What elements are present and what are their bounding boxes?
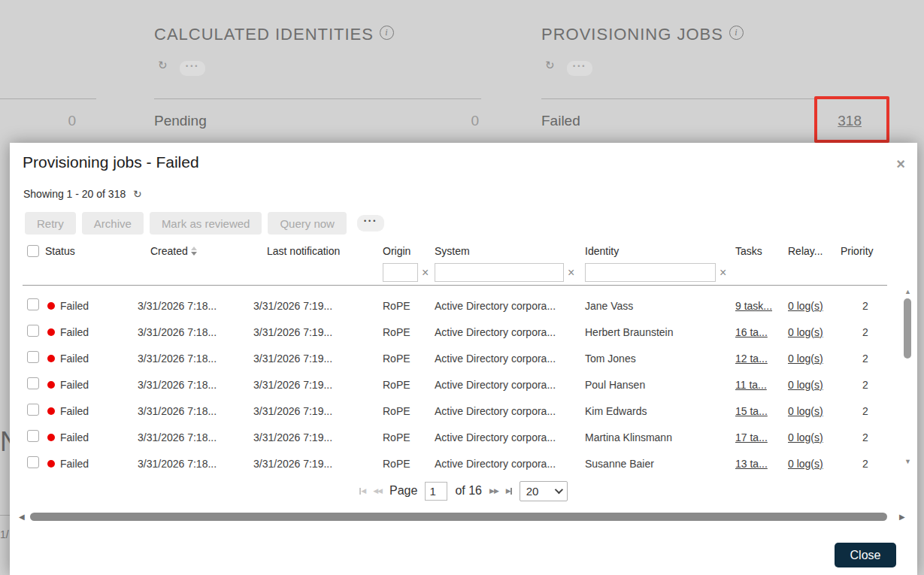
page-label: Page — [389, 484, 417, 498]
info-icon[interactable]: i — [729, 26, 744, 40]
logs-link[interactable]: 0 log(s) — [788, 300, 823, 312]
priority-cell: 2 — [837, 300, 887, 312]
row-checkbox[interactable] — [27, 456, 39, 468]
last-notification-cell: 3/31/2026 7:19... — [250, 458, 380, 470]
refresh-icon[interactable]: ↻ — [545, 59, 555, 71]
row-checkbox[interactable] — [27, 404, 39, 416]
page-number-input[interactable] — [425, 482, 447, 501]
logs-link[interactable]: 0 log(s) — [788, 458, 823, 470]
scroll-left-icon[interactable]: ◀ — [19, 513, 25, 521]
origin-header-label: Origin — [383, 245, 410, 257]
identity-cell: Jane Vass — [581, 300, 732, 312]
horizontal-scrollbar-thumb[interactable] — [30, 513, 887, 521]
identity-filter-clear-icon[interactable]: × — [720, 266, 726, 280]
provisioning-jobs-toolbar: ↻ ••• — [545, 59, 592, 76]
origin-cell: RoPE — [380, 379, 431, 391]
archive-button[interactable]: Archive — [82, 212, 144, 235]
status-label: Failed — [60, 379, 89, 391]
last-page-icon[interactable]: ▶ — [506, 487, 512, 495]
column-header-identity[interactable]: Identity — [581, 245, 732, 257]
system-filter-input[interactable] — [435, 263, 564, 282]
row-checkbox[interactable] — [27, 351, 39, 363]
first-page-icon[interactable]: ◀ — [359, 487, 365, 495]
column-header-relay[interactable]: Relay... — [784, 245, 837, 257]
scroll-right-icon[interactable]: ▶ — [899, 513, 905, 521]
origin-cell: RoPE — [380, 300, 431, 312]
more-options-icon[interactable]: ••• — [567, 61, 592, 76]
failed-status-icon — [47, 355, 55, 362]
created-cell: 3/31/2026 7:18... — [134, 431, 250, 443]
tasks-link[interactable]: 16 ta... — [735, 326, 768, 338]
identity-header-label: Identity — [585, 245, 619, 257]
column-header-origin[interactable]: Origin — [380, 245, 431, 257]
left-panel-count: 0 — [46, 113, 76, 129]
showing-text: Showing 1 - 20 of 318 — [23, 188, 126, 200]
logs-link[interactable]: 0 log(s) — [788, 353, 823, 365]
logs-link[interactable]: 0 log(s) — [788, 379, 823, 391]
logs-link[interactable]: 0 log(s) — [788, 405, 823, 417]
column-header-priority[interactable]: Priority — [837, 245, 887, 257]
column-header-last-notification[interactable]: Last notification — [250, 245, 380, 257]
origin-cell: RoPE — [380, 431, 431, 443]
provisioning-jobs-title-text: PROVISIONING JOBS — [541, 25, 723, 44]
failed-status-icon — [47, 302, 55, 310]
status-cell: Failed — [45, 458, 134, 470]
table-row[interactable]: Failed 3/31/2026 7:18... 3/31/2026 7:19.… — [23, 424, 887, 450]
close-icon[interactable]: × — [896, 156, 905, 171]
table-filter-row: × × × — [23, 263, 887, 282]
table-row[interactable]: Failed 3/31/2026 7:18... 3/31/2026 7:19.… — [23, 450, 887, 477]
table-row[interactable]: Failed 3/31/2026 7:18... 3/31/2026 7:19.… — [23, 319, 887, 345]
tasks-link[interactable]: 12 ta... — [735, 353, 768, 365]
more-options-icon[interactable]: ••• — [180, 61, 205, 76]
table-row[interactable]: Failed 3/31/2026 7:18... 3/31/2026 7:19.… — [23, 292, 887, 319]
select-all-checkbox[interactable] — [27, 245, 39, 257]
identity-filter-input[interactable] — [585, 263, 716, 282]
origin-cell: RoPE — [380, 326, 431, 338]
column-header-system[interactable]: System — [431, 245, 581, 257]
row-checkbox[interactable] — [27, 298, 39, 310]
refresh-icon[interactable]: ↻ — [158, 59, 168, 71]
table-row[interactable]: Failed 3/31/2026 7:18... 3/31/2026 7:19.… — [23, 371, 887, 398]
scroll-up-icon[interactable]: ▲ — [904, 288, 911, 295]
origin-cell: RoPE — [380, 458, 431, 470]
pagination-bar: ◀ ◀◀ Page of 16 ▶▶ ▶ 20 — [10, 480, 917, 502]
origin-filter-input[interactable] — [383, 263, 418, 282]
row-checkbox[interactable] — [27, 325, 39, 337]
tasks-link[interactable]: 9 task... — [735, 300, 772, 312]
last-notification-cell: 3/31/2026 7:19... — [250, 379, 380, 391]
close-button[interactable]: Close — [835, 543, 896, 567]
refresh-icon[interactable]: ↻ — [133, 188, 142, 200]
origin-cell: RoPE — [380, 405, 431, 417]
column-header-status[interactable]: Status — [45, 245, 134, 257]
origin-filter-clear-icon[interactable]: × — [422, 266, 429, 280]
relay-header-label: Relay... — [788, 245, 823, 257]
created-cell: 3/31/2026 7:18... — [134, 326, 250, 338]
page-size-select[interactable]: 20 — [520, 481, 568, 501]
tasks-link[interactable]: 11 ta... — [735, 379, 767, 391]
next-page-icon[interactable]: ▶▶ — [489, 487, 498, 495]
more-actions-icon[interactable]: ••• — [357, 215, 384, 232]
vertical-scrollbar[interactable]: ▲ ▼ — [903, 288, 913, 476]
column-header-created[interactable]: Created — [134, 245, 250, 257]
table-row[interactable]: Failed 3/31/2026 7:18... 3/31/2026 7:19.… — [23, 345, 887, 371]
status-label: Failed — [60, 405, 89, 417]
system-filter-clear-icon[interactable]: × — [568, 266, 574, 280]
retry-button[interactable]: Retry — [25, 212, 76, 235]
row-checkbox[interactable] — [27, 430, 39, 442]
vertical-scrollbar-thumb[interactable] — [904, 298, 911, 359]
previous-page-icon[interactable]: ◀◀ — [373, 487, 382, 495]
row-checkbox[interactable] — [27, 377, 39, 389]
scroll-down-icon[interactable]: ▼ — [904, 458, 911, 465]
info-icon[interactable]: i — [380, 26, 394, 40]
horizontal-scrollbar[interactable]: ◀ ▶ — [10, 511, 917, 523]
logs-link[interactable]: 0 log(s) — [788, 326, 823, 338]
tasks-link[interactable]: 13 ta... — [735, 458, 768, 470]
last-notification-header-label: Last notification — [267, 245, 340, 257]
tasks-link[interactable]: 17 ta... — [735, 431, 768, 443]
query-now-button[interactable]: Query now — [268, 212, 347, 235]
logs-link[interactable]: 0 log(s) — [788, 431, 823, 443]
table-row[interactable]: Failed 3/31/2026 7:18... 3/31/2026 7:19.… — [23, 398, 887, 424]
tasks-link[interactable]: 15 ta... — [735, 405, 768, 417]
column-header-tasks[interactable]: Tasks — [732, 245, 784, 257]
mark-as-reviewed-button[interactable]: Mark as reviewed — [150, 212, 262, 235]
